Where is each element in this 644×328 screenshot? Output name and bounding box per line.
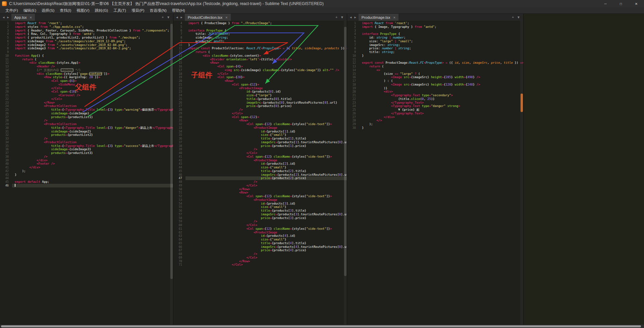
tab-history-back-icon[interactable]: ◀	[1, 16, 6, 19]
code-line: </Row>	[15, 101, 173, 105]
code-line: products: any[];	[188, 40, 347, 43]
new-tab-icon[interactable]: +	[512, 15, 514, 19]
line-number: 6	[0, 40, 12, 43]
vertical-scrollbar[interactable]	[170, 21, 173, 325]
tab-close-icon[interactable]: ×	[225, 15, 227, 19]
menu-item[interactable]: 文件(F)	[3, 8, 21, 13]
line-number: 6	[347, 40, 359, 43]
tab-close-icon[interactable]: ×	[393, 15, 395, 19]
line-number: 2	[347, 25, 359, 29]
code-line: size={"large"}	[188, 94, 347, 97]
code-line: ) : (	[362, 79, 523, 83]
tab-history-back-icon[interactable]: ◀	[348, 16, 353, 19]
tab-overflow-icon[interactable]: ▼	[340, 15, 344, 19]
line-number: 9	[347, 50, 359, 54]
tab-close-icon[interactable]: ×	[30, 15, 32, 19]
code-line: id={products[3].id}	[188, 202, 347, 206]
code-line: <Carousel />	[15, 94, 173, 97]
line-number: 8	[0, 47, 12, 50]
line-number: 36	[173, 137, 185, 141]
tab-overflow-icon[interactable]: ▼	[167, 15, 170, 19]
code-editor[interactable]: 4567891011121314151617181920212223242526…	[173, 21, 347, 325]
line-number: 56	[173, 209, 185, 213]
menu-item[interactable]: 首选项(N)	[147, 8, 169, 13]
vertical-scrollbar[interactable]	[520, 21, 523, 325]
code-line: imageSrc={products[0].touristRoutePictur…	[188, 101, 347, 105]
code-line: id={products[0].id}	[188, 90, 347, 94]
code-line	[15, 50, 173, 54]
close-button[interactable]: ✕	[629, 0, 644, 7]
horizontal-scrollbar[interactable]	[0, 325, 644, 328]
menu-item[interactable]: 项目(P)	[129, 8, 147, 13]
tab-productcollection-tsx[interactable]: ProductCollection.tsx ×	[185, 14, 231, 21]
code-line: price: number | string;	[362, 47, 523, 50]
line-number: 35	[173, 133, 185, 137]
line-number: 28	[0, 119, 12, 122]
menu-item[interactable]: 帮助(H)	[169, 8, 188, 13]
line-number: 23	[347, 101, 359, 105]
code-line: <ProductCollection	[15, 104, 173, 108]
line-number: 11	[347, 58, 359, 61]
code-line: export const ProductCollection: React.FC…	[188, 47, 347, 50]
code-line: products={productList2}	[15, 133, 173, 137]
menu-item[interactable]: 选择(S)	[39, 8, 57, 13]
code-line: title={<Typography.Title level={3} type=…	[15, 144, 173, 148]
tab-history-forward-icon[interactable]: ▶	[6, 16, 10, 19]
line-number: 21	[347, 94, 359, 97]
tab-history-forward-icon[interactable]: ▶	[179, 16, 183, 19]
tab-bar: ◀ ▶ ProductImage.tsx × + ▼	[347, 14, 523, 21]
code-line: <Col span={12}>	[188, 115, 347, 119]
new-tab-icon[interactable]: +	[162, 15, 164, 19]
line-number: 16	[347, 75, 359, 79]
line-number-gutter: 1234567891011121314151617181920212223242…	[347, 21, 359, 325]
window-controls: ─ □ ✕	[598, 0, 644, 7]
scrollbar-thumb[interactable]	[1, 325, 641, 327]
line-number: 46	[0, 184, 12, 187]
code-line: <Row>	[188, 61, 347, 65]
code-line: title={products[0].title}	[188, 97, 347, 101]
line-number: 33	[173, 126, 185, 130]
tab-label: App.tsx	[14, 15, 27, 19]
tab-app-tsx[interactable]: App.tsx ×	[11, 14, 35, 21]
menu-item[interactable]: 编辑(E)	[21, 8, 39, 13]
menu-item[interactable]: 工具(T)	[111, 8, 129, 13]
code-line: <div className={styles['page-content']}>	[15, 72, 173, 76]
code-line: <Row>	[188, 191, 347, 195]
code-line: </Col>	[188, 184, 347, 187]
code-line: price={products[1].price}	[188, 144, 347, 148]
tab-history-forward-icon[interactable]: ▶	[353, 16, 357, 19]
code-line: </Row>	[188, 187, 347, 191]
line-number: 15	[0, 72, 12, 76]
scrollbar-thumb[interactable]	[170, 24, 173, 279]
code-editor[interactable]: 1234567891011121314151617181920212223242…	[347, 21, 523, 325]
line-number: 22	[173, 87, 185, 90]
code-line: );	[15, 169, 173, 173]
vertical-scrollbar[interactable]	[344, 21, 347, 325]
code-line: </Col>	[188, 263, 347, 267]
code-line: id={products[1].id}	[188, 130, 347, 133]
minimize-button[interactable]: ─	[598, 0, 613, 7]
maximize-button[interactable]: □	[613, 0, 629, 7]
line-number: 32	[0, 133, 12, 137]
code-line: sideImage: string;	[188, 36, 347, 40]
line-number: 11	[0, 58, 12, 61]
code-editor[interactable]: 1234567891011121314151617181920212223242…	[0, 21, 173, 325]
line-number: 34	[0, 141, 12, 144]
line-number: 13	[347, 65, 359, 68]
line-number: 30	[0, 126, 12, 130]
empty-editor-area	[524, 14, 644, 325]
tab-productimage-tsx[interactable]: ProductImage.tsx ×	[359, 14, 398, 21]
tab-history-back-icon[interactable]: ◀	[175, 16, 179, 19]
menu-item[interactable]: 跳转(G)	[92, 8, 111, 13]
code-line: import { Header, Footer, Carousel, SideM…	[15, 29, 173, 33]
tab-overflow-icon[interactable]: ▼	[517, 15, 520, 19]
code-line: <Row>	[188, 119, 347, 122]
menu-item[interactable]: 查找(I)	[57, 8, 74, 13]
code-line: <Col span={12} className={styles["side-t…	[188, 155, 347, 159]
menu-item[interactable]: 视图(V)	[74, 8, 92, 13]
new-tab-icon[interactable]: +	[335, 15, 337, 19]
code-line: {size == "large" ? (	[362, 72, 523, 76]
line-number: 55	[173, 205, 185, 209]
scrollbar-thumb[interactable]	[344, 27, 346, 276]
scrollbar-thumb[interactable]	[521, 94, 523, 112]
